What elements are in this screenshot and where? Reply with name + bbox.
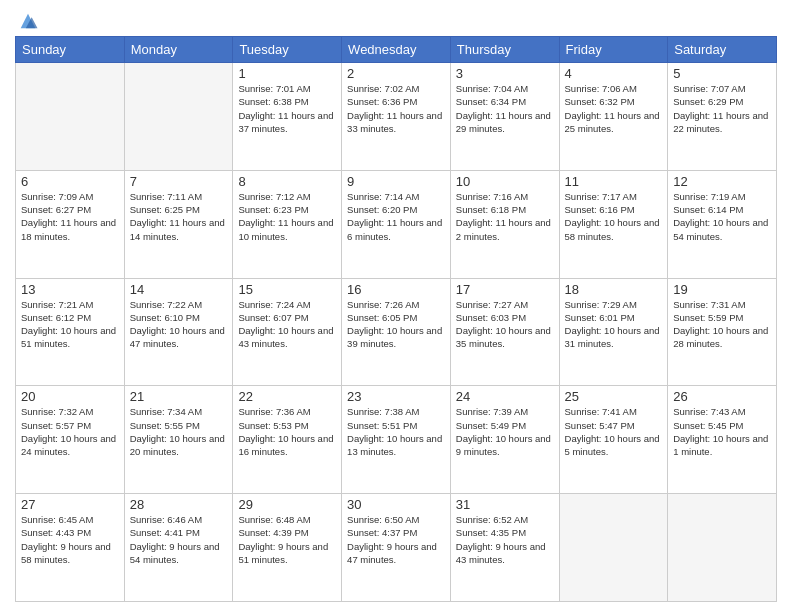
calendar-cell: 9Sunrise: 7:14 AM Sunset: 6:20 PM Daylig… (342, 170, 451, 278)
col-header-monday: Monday (124, 37, 233, 63)
day-info: Sunrise: 7:17 AM Sunset: 6:16 PM Dayligh… (565, 190, 663, 243)
week-row-2: 6Sunrise: 7:09 AM Sunset: 6:27 PM Daylig… (16, 170, 777, 278)
calendar-cell: 8Sunrise: 7:12 AM Sunset: 6:23 PM Daylig… (233, 170, 342, 278)
calendar-cell: 3Sunrise: 7:04 AM Sunset: 6:34 PM Daylig… (450, 63, 559, 171)
calendar-cell: 11Sunrise: 7:17 AM Sunset: 6:16 PM Dayli… (559, 170, 668, 278)
day-info: Sunrise: 7:39 AM Sunset: 5:49 PM Dayligh… (456, 405, 554, 458)
day-number: 11 (565, 174, 663, 189)
day-info: Sunrise: 6:45 AM Sunset: 4:43 PM Dayligh… (21, 513, 119, 566)
day-info: Sunrise: 7:21 AM Sunset: 6:12 PM Dayligh… (21, 298, 119, 351)
day-number: 31 (456, 497, 554, 512)
day-info: Sunrise: 7:14 AM Sunset: 6:20 PM Dayligh… (347, 190, 445, 243)
day-info: Sunrise: 7:43 AM Sunset: 5:45 PM Dayligh… (673, 405, 771, 458)
day-number: 18 (565, 282, 663, 297)
calendar-cell: 20Sunrise: 7:32 AM Sunset: 5:57 PM Dayli… (16, 386, 125, 494)
week-row-5: 27Sunrise: 6:45 AM Sunset: 4:43 PM Dayli… (16, 494, 777, 602)
day-info: Sunrise: 7:27 AM Sunset: 6:03 PM Dayligh… (456, 298, 554, 351)
day-number: 3 (456, 66, 554, 81)
day-number: 4 (565, 66, 663, 81)
calendar-cell: 15Sunrise: 7:24 AM Sunset: 6:07 PM Dayli… (233, 278, 342, 386)
day-info: Sunrise: 7:34 AM Sunset: 5:55 PM Dayligh… (130, 405, 228, 458)
day-info: Sunrise: 7:31 AM Sunset: 5:59 PM Dayligh… (673, 298, 771, 351)
logo-icon (17, 10, 39, 32)
day-info: Sunrise: 7:41 AM Sunset: 5:47 PM Dayligh… (565, 405, 663, 458)
day-number: 26 (673, 389, 771, 404)
day-number: 10 (456, 174, 554, 189)
day-number: 13 (21, 282, 119, 297)
calendar-cell: 17Sunrise: 7:27 AM Sunset: 6:03 PM Dayli… (450, 278, 559, 386)
calendar-cell: 27Sunrise: 6:45 AM Sunset: 4:43 PM Dayli… (16, 494, 125, 602)
day-info: Sunrise: 7:32 AM Sunset: 5:57 PM Dayligh… (21, 405, 119, 458)
day-number: 1 (238, 66, 336, 81)
day-number: 27 (21, 497, 119, 512)
day-info: Sunrise: 7:12 AM Sunset: 6:23 PM Dayligh… (238, 190, 336, 243)
day-number: 21 (130, 389, 228, 404)
calendar-cell: 12Sunrise: 7:19 AM Sunset: 6:14 PM Dayli… (668, 170, 777, 278)
day-info: Sunrise: 7:04 AM Sunset: 6:34 PM Dayligh… (456, 82, 554, 135)
page-header (15, 10, 777, 32)
calendar-cell: 2Sunrise: 7:02 AM Sunset: 6:36 PM Daylig… (342, 63, 451, 171)
calendar-cell: 28Sunrise: 6:46 AM Sunset: 4:41 PM Dayli… (124, 494, 233, 602)
calendar-cell: 13Sunrise: 7:21 AM Sunset: 6:12 PM Dayli… (16, 278, 125, 386)
calendar-table: SundayMondayTuesdayWednesdayThursdayFrid… (15, 36, 777, 602)
calendar-cell: 7Sunrise: 7:11 AM Sunset: 6:25 PM Daylig… (124, 170, 233, 278)
day-number: 24 (456, 389, 554, 404)
day-info: Sunrise: 7:09 AM Sunset: 6:27 PM Dayligh… (21, 190, 119, 243)
calendar-cell: 21Sunrise: 7:34 AM Sunset: 5:55 PM Dayli… (124, 386, 233, 494)
day-info: Sunrise: 7:24 AM Sunset: 6:07 PM Dayligh… (238, 298, 336, 351)
day-info: Sunrise: 6:52 AM Sunset: 4:35 PM Dayligh… (456, 513, 554, 566)
day-number: 5 (673, 66, 771, 81)
day-number: 6 (21, 174, 119, 189)
day-info: Sunrise: 6:48 AM Sunset: 4:39 PM Dayligh… (238, 513, 336, 566)
calendar-cell (559, 494, 668, 602)
calendar-cell: 18Sunrise: 7:29 AM Sunset: 6:01 PM Dayli… (559, 278, 668, 386)
day-number: 14 (130, 282, 228, 297)
calendar-cell (124, 63, 233, 171)
calendar-cell: 25Sunrise: 7:41 AM Sunset: 5:47 PM Dayli… (559, 386, 668, 494)
day-info: Sunrise: 7:02 AM Sunset: 6:36 PM Dayligh… (347, 82, 445, 135)
day-info: Sunrise: 7:06 AM Sunset: 6:32 PM Dayligh… (565, 82, 663, 135)
day-number: 30 (347, 497, 445, 512)
calendar-cell: 4Sunrise: 7:06 AM Sunset: 6:32 PM Daylig… (559, 63, 668, 171)
day-info: Sunrise: 7:29 AM Sunset: 6:01 PM Dayligh… (565, 298, 663, 351)
day-number: 9 (347, 174, 445, 189)
week-row-3: 13Sunrise: 7:21 AM Sunset: 6:12 PM Dayli… (16, 278, 777, 386)
calendar-cell: 26Sunrise: 7:43 AM Sunset: 5:45 PM Dayli… (668, 386, 777, 494)
calendar-cell: 16Sunrise: 7:26 AM Sunset: 6:05 PM Dayli… (342, 278, 451, 386)
col-header-wednesday: Wednesday (342, 37, 451, 63)
day-info: Sunrise: 7:22 AM Sunset: 6:10 PM Dayligh… (130, 298, 228, 351)
day-number: 17 (456, 282, 554, 297)
col-header-sunday: Sunday (16, 37, 125, 63)
day-info: Sunrise: 6:46 AM Sunset: 4:41 PM Dayligh… (130, 513, 228, 566)
calendar-cell: 1Sunrise: 7:01 AM Sunset: 6:38 PM Daylig… (233, 63, 342, 171)
day-info: Sunrise: 7:16 AM Sunset: 6:18 PM Dayligh… (456, 190, 554, 243)
day-info: Sunrise: 7:01 AM Sunset: 6:38 PM Dayligh… (238, 82, 336, 135)
day-number: 22 (238, 389, 336, 404)
calendar-cell: 29Sunrise: 6:48 AM Sunset: 4:39 PM Dayli… (233, 494, 342, 602)
day-number: 8 (238, 174, 336, 189)
calendar-cell: 19Sunrise: 7:31 AM Sunset: 5:59 PM Dayli… (668, 278, 777, 386)
day-info: Sunrise: 7:38 AM Sunset: 5:51 PM Dayligh… (347, 405, 445, 458)
logo (15, 10, 39, 32)
day-number: 23 (347, 389, 445, 404)
calendar-cell: 23Sunrise: 7:38 AM Sunset: 5:51 PM Dayli… (342, 386, 451, 494)
day-number: 20 (21, 389, 119, 404)
day-number: 19 (673, 282, 771, 297)
day-number: 15 (238, 282, 336, 297)
calendar-cell: 31Sunrise: 6:52 AM Sunset: 4:35 PM Dayli… (450, 494, 559, 602)
day-number: 12 (673, 174, 771, 189)
day-number: 25 (565, 389, 663, 404)
col-header-saturday: Saturday (668, 37, 777, 63)
week-row-4: 20Sunrise: 7:32 AM Sunset: 5:57 PM Dayli… (16, 386, 777, 494)
calendar-cell: 30Sunrise: 6:50 AM Sunset: 4:37 PM Dayli… (342, 494, 451, 602)
calendar-cell: 22Sunrise: 7:36 AM Sunset: 5:53 PM Dayli… (233, 386, 342, 494)
week-row-1: 1Sunrise: 7:01 AM Sunset: 6:38 PM Daylig… (16, 63, 777, 171)
calendar-cell (668, 494, 777, 602)
day-number: 29 (238, 497, 336, 512)
calendar-cell: 6Sunrise: 7:09 AM Sunset: 6:27 PM Daylig… (16, 170, 125, 278)
day-info: Sunrise: 7:19 AM Sunset: 6:14 PM Dayligh… (673, 190, 771, 243)
calendar-cell: 24Sunrise: 7:39 AM Sunset: 5:49 PM Dayli… (450, 386, 559, 494)
col-header-thursday: Thursday (450, 37, 559, 63)
col-header-friday: Friday (559, 37, 668, 63)
day-info: Sunrise: 6:50 AM Sunset: 4:37 PM Dayligh… (347, 513, 445, 566)
